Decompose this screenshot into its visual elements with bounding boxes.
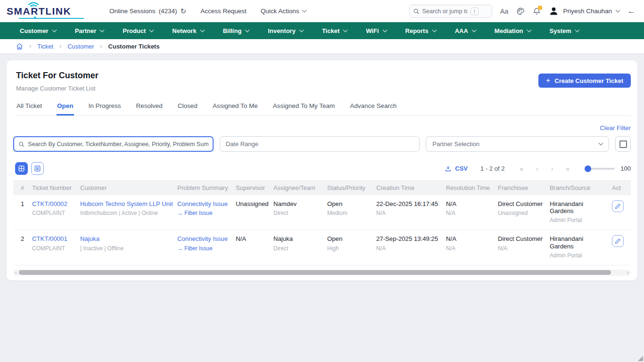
tab-open[interactable]: Open <box>57 99 74 115</box>
partner-selection-dropdown[interactable]: Partner Selection <box>426 136 609 152</box>
home-icon[interactable] <box>16 43 23 50</box>
cell-ticket-number: CTKT/00001COMPLAINT <box>32 235 80 251</box>
slider-track <box>590 168 615 170</box>
online-sessions-label: Online Sessions <box>109 8 156 15</box>
nav-item-ticket[interactable]: Ticket <box>322 27 347 34</box>
cell-text: 27-Sep-2025 13:49:25 <box>376 235 442 242</box>
scrollbar-thumb[interactable] <box>19 270 611 275</box>
breadcrumb-link-ticket[interactable]: Ticket <box>37 43 53 50</box>
cell-text[interactable]: Najuka <box>80 235 173 242</box>
tab-all-ticket[interactable]: All Ticket <box>16 99 42 115</box>
nav-item-aaa[interactable]: AAA <box>455 27 476 34</box>
edit-ticket-button[interactable] <box>612 235 624 247</box>
pencil-icon <box>615 238 621 244</box>
tab-assigned-to-me[interactable]: Assigned To Me <box>212 99 258 115</box>
table-body: 1CTKT/00002COMPLAINTHubcom Techno System… <box>13 195 631 265</box>
column-header-problem-summary: Problem Summary <box>177 184 236 191</box>
chevron-down-icon <box>302 8 306 13</box>
tab-advance-search[interactable]: Advance Search <box>349 99 397 115</box>
cell-creation-time: 27-Sep-2025 13:49:25N/A <box>376 235 446 251</box>
access-request-link[interactable]: Access Request <box>200 8 247 15</box>
nav-item-product[interactable]: Product <box>123 27 153 34</box>
chevron-down-icon <box>616 8 620 13</box>
cell-subtext: Direct <box>273 245 323 252</box>
pagination-next-button[interactable]: › <box>549 165 556 173</box>
nav-item-label: Customer <box>20 27 49 34</box>
breadcrumb-items: Ticket›Customer›Customer Tickets <box>37 43 159 50</box>
theme-palette-icon[interactable] <box>516 7 525 16</box>
cell-subtext[interactable]: → Fiber Issue <box>177 245 232 252</box>
pagination-range: 1 - 2 of 2 <box>480 165 504 172</box>
tab-resolved[interactable]: Resolved <box>136 99 163 115</box>
cell-text: Hiranandani Gardens <box>550 235 608 249</box>
list-icon <box>34 165 41 172</box>
tab-closed[interactable]: Closed <box>177 99 198 115</box>
date-range-input[interactable] <box>220 136 420 152</box>
plus-icon: + <box>546 76 550 85</box>
column-header-resolution-time: Resolution Time <box>446 184 498 191</box>
collapse-arrow-icon[interactable]: ← <box>627 7 636 16</box>
quick-actions-menu[interactable]: Quick Actions <box>261 8 306 15</box>
edit-ticket-button[interactable] <box>612 200 624 212</box>
cell-text[interactable]: CTKT/00002 <box>32 200 76 207</box>
cell-subtext: Intbmchubcom | Active | Online <box>80 210 173 216</box>
cell-action <box>612 235 631 247</box>
cell-subtext[interactable]: → Fiber Issue <box>177 210 232 216</box>
cell-text[interactable]: Hubcom Techno System LLP Unit <box>80 200 173 207</box>
wifi-icon <box>27 0 40 7</box>
text-size-button[interactable]: Aa <box>500 8 509 15</box>
page-size-slider[interactable]: 100 <box>585 165 631 172</box>
tab-in-progress[interactable]: In Progress <box>88 99 122 115</box>
cell-text: Najuka <box>273 235 323 242</box>
cell-supervisor: Unassigned <box>236 200 273 207</box>
clear-filter-link[interactable]: Clear Filter <box>600 124 631 132</box>
partner-checkbox[interactable] <box>615 136 631 152</box>
pagination-last-button[interactable]: » <box>564 165 572 173</box>
global-search-input[interactable] <box>422 8 468 15</box>
cell-franchisee: Direct CustomerN/A <box>498 235 550 251</box>
nav-item-network[interactable]: Network <box>172 27 204 34</box>
nav-item-inventory[interactable]: Inventory <box>268 27 303 34</box>
nav-item-customer[interactable]: Customer <box>20 27 56 34</box>
pagination-first-button[interactable]: « <box>517 165 526 173</box>
breadcrumb-link-customer[interactable]: Customer <box>67 43 94 50</box>
nav-item-partner[interactable]: Partner <box>75 27 104 34</box>
cell-subtext: COMPLAINT <box>32 210 76 216</box>
cell-text[interactable]: CTKT/00001 <box>32 235 76 242</box>
user-menu[interactable]: Priyesh Chauhan <box>549 6 619 16</box>
cell-text[interactable]: Connectivity Issue <box>177 200 232 207</box>
pagination-prev-button[interactable]: ‹ <box>534 165 541 173</box>
cell-text: Unassigned <box>236 200 270 207</box>
nav-item-wifi[interactable]: WiFi <box>366 27 386 34</box>
global-search[interactable]: / <box>409 5 492 18</box>
online-sessions[interactable]: Online Sessions (4234) ↻ <box>109 7 186 16</box>
ticket-search-input[interactable] <box>28 141 208 148</box>
chevron-down-icon <box>471 28 476 33</box>
refresh-icon[interactable]: ↻ <box>181 7 187 16</box>
notifications-bell-icon[interactable] <box>533 7 541 16</box>
cell-text[interactable]: Connectivity Issue <box>177 235 232 242</box>
cell-subtext: N/A <box>376 210 442 216</box>
nav-item-system[interactable]: System <box>550 27 579 34</box>
scroll-right-icon[interactable]: › <box>625 270 631 275</box>
chevron-down-icon <box>100 28 105 33</box>
create-customer-ticket-button[interactable]: + Create Customer Ticket <box>538 74 631 88</box>
cell-problem-summary: Connectivity Issue→ Fiber Issue <box>177 235 236 251</box>
export-csv-button[interactable]: CSV <box>445 165 468 172</box>
grid-view-button[interactable] <box>15 162 28 175</box>
scroll-left-icon[interactable]: ‹ <box>13 270 19 275</box>
page-title: Ticket For Customer <box>16 71 99 81</box>
smartlink-logo[interactable]: SMARTLINK <box>7 6 99 17</box>
header-right: / Aa Priyesh Chauhan ← <box>409 5 636 18</box>
tab-assigned-to-my-team[interactable]: Assigned To My Team <box>272 99 336 115</box>
nav-item-billing[interactable]: Billing <box>223 27 249 34</box>
chevron-down-icon <box>527 28 531 33</box>
logo-wrap: SMARTLINK <box>7 6 71 17</box>
column-header-action: Act <box>612 184 631 191</box>
cell-subtext: Admin Portal <box>550 252 608 259</box>
nav-item-reports[interactable]: Reports <box>405 27 436 34</box>
column-header-franchisee: Franchisee <box>498 184 550 191</box>
nav-item-mediation[interactable]: Mediation <box>495 27 531 34</box>
slider-handle[interactable] <box>585 165 591 172</box>
list-view-button[interactable] <box>31 162 44 175</box>
